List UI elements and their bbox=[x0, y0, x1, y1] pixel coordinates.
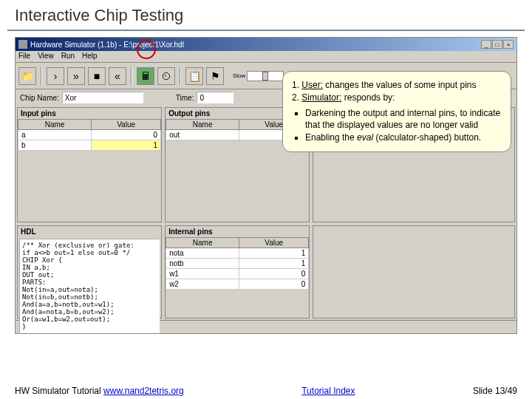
load-script-button[interactable]: 📋 bbox=[185, 67, 203, 85]
stop-button[interactable]: ■ bbox=[88, 67, 106, 85]
tutorial-index-link[interactable]: Tutorial Index bbox=[301, 386, 355, 396]
speed-slider[interactable] bbox=[247, 71, 284, 81]
slide-counter: Slide 13/49 bbox=[473, 386, 517, 396]
time-field bbox=[197, 92, 233, 103]
slide-title: Interactive Chip Testing bbox=[0, 0, 532, 30]
time-label: Time: bbox=[176, 94, 194, 102]
table-row: b1 bbox=[18, 140, 161, 151]
pin-value[interactable]: 0 bbox=[92, 130, 161, 140]
menu-run[interactable]: Run bbox=[61, 52, 75, 61]
table-row: w10 bbox=[166, 269, 309, 279]
hdl-panel: HDL /** Xor (exclusive or) gate: if a<>b… bbox=[17, 225, 162, 318]
instruction-callout: 1. User: changes the values of some inpu… bbox=[282, 71, 511, 152]
col-name: Name bbox=[18, 120, 92, 130]
eval-button[interactable]: 🖩 bbox=[137, 67, 154, 85]
slide-footer: HW Simulator Tutorial www.nand2tetris.or… bbox=[0, 386, 532, 396]
simulator-label: Simulator: bbox=[301, 92, 341, 103]
flag-button[interactable]: ⚑ bbox=[206, 67, 224, 85]
col-value: Value bbox=[239, 238, 309, 248]
pin-name: w2 bbox=[166, 279, 239, 290]
internal-pins-title: Internal pins bbox=[166, 226, 309, 237]
step2-text: responds by: bbox=[341, 92, 395, 103]
chip-name-label: Chip Name: bbox=[20, 94, 59, 102]
window-title: Hardware Simulator (1.1b) - E:\project1\… bbox=[30, 41, 184, 49]
pin-value: 0 bbox=[239, 279, 309, 290]
step1-text: changes the values of some input pins bbox=[323, 80, 476, 90]
run-button[interactable]: » bbox=[67, 67, 85, 85]
separator bbox=[41, 67, 42, 85]
minimize-button[interactable]: _ bbox=[481, 40, 491, 49]
load-chip-button[interactable]: 📁 bbox=[18, 67, 36, 85]
menu-help[interactable]: Help bbox=[82, 52, 98, 61]
user-label: User: bbox=[301, 80, 323, 90]
close-button[interactable]: × bbox=[503, 40, 514, 49]
hdl-title: HDL bbox=[18, 226, 161, 237]
pin-name: a bbox=[18, 130, 92, 140]
slow-label: Slow bbox=[233, 72, 245, 79]
chip-name-field[interactable] bbox=[62, 92, 143, 103]
app-icon bbox=[18, 40, 27, 49]
col-name: Name bbox=[166, 120, 239, 130]
pin-value[interactable]: 1 bbox=[92, 140, 161, 151]
col-name: Name bbox=[166, 238, 239, 248]
table-row: nota1 bbox=[166, 248, 309, 259]
col-value: Value bbox=[92, 120, 161, 130]
separator bbox=[131, 67, 132, 85]
reset-button[interactable]: « bbox=[109, 67, 126, 85]
pin-value: 1 bbox=[239, 259, 309, 269]
right-spacer-panel-lower bbox=[313, 225, 515, 318]
pin-name: out bbox=[166, 130, 239, 140]
pin-value: 1 bbox=[239, 248, 309, 259]
bullet-item: Enabling the eval (calculator-shaped) bu… bbox=[305, 132, 502, 144]
menu-view[interactable]: View bbox=[38, 52, 54, 61]
internal-pins-panel: Internal pins NameValue nota1 notb1 w10 … bbox=[165, 225, 310, 318]
pin-name: notb bbox=[166, 259, 239, 269]
pin-name: nota bbox=[166, 248, 239, 259]
window-titlebar: Hardware Simulator (1.1b) - E:\project1\… bbox=[16, 38, 516, 51]
pin-value: 0 bbox=[239, 269, 309, 279]
single-step-button[interactable]: › bbox=[47, 67, 64, 85]
maximize-button[interactable]: □ bbox=[492, 40, 502, 49]
separator bbox=[180, 67, 181, 85]
footer-left-text: HW Simulator Tutorial bbox=[15, 386, 101, 396]
footer-url-link[interactable]: www.nand2tetris.org bbox=[103, 386, 184, 396]
pin-name: b bbox=[18, 140, 92, 151]
input-pins-title: Input pins bbox=[18, 108, 161, 119]
pin-name: w1 bbox=[166, 269, 239, 279]
bullet-item: Darkening the output and internal pins, … bbox=[305, 107, 502, 132]
clock-button[interactable]: ⏲ bbox=[157, 67, 175, 85]
eval-button-highlight-circle bbox=[137, 40, 156, 59]
title-underline bbox=[7, 30, 525, 31]
menubar: File View Run Help bbox=[16, 51, 516, 63]
table-row: a0 bbox=[18, 130, 161, 140]
table-row: notb1 bbox=[166, 259, 309, 269]
hdl-code[interactable]: /** Xor (exclusive or) gate: if a<>b out… bbox=[19, 239, 160, 333]
table-row: w20 bbox=[166, 279, 309, 290]
menu-file[interactable]: File bbox=[18, 52, 30, 61]
input-pins-panel: Input pins NameValue a0 b1 bbox=[17, 107, 162, 222]
